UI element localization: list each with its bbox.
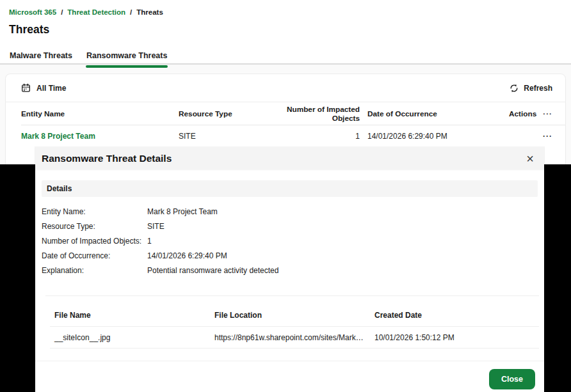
table-more-icon[interactable]: ··· [540, 109, 552, 118]
file-name-cell: __siteIcon__.jpg [54, 333, 214, 342]
ransomware-threat-details-modal: Ransomware Threat Details × Details Enti… [35, 147, 544, 392]
details-section-header: Details [42, 180, 538, 197]
created-date-cell: 10/01/2026 1:50:12 PM [374, 333, 538, 342]
tab-bar: Malware Threats Ransomware Threats [9, 50, 168, 67]
detail-value: 1 [147, 237, 538, 246]
page-title: Threats [9, 23, 49, 36]
col-actions: Actions [509, 109, 540, 118]
tab-malware-threats[interactable]: Malware Threats [9, 50, 73, 67]
refresh-icon [510, 84, 519, 93]
impacted-objects-cell: 1 [275, 132, 360, 141]
file-location-cell: https://8np61w.sharepoint.com/sites/Mark… [214, 333, 374, 342]
table-row[interactable]: Mark 8 Project Team SITE 1 14/01/2026 6:… [6, 125, 565, 146]
file-row-divider [50, 348, 539, 349]
entity-name-link[interactable]: Mark 8 Project Team [21, 132, 179, 141]
detail-value: 14/01/2026 6:29:40 PM [147, 252, 538, 260]
breadcrumb-separator: / [130, 8, 132, 16]
breadcrumb-microsoft-365[interactable]: Microsoft 365 [9, 8, 56, 16]
breadcrumb-threats: Threats [136, 8, 163, 16]
col-created-date: Created Date [374, 311, 538, 320]
detail-label: Explanation: [42, 267, 147, 275]
breadcrumb-separator: / [61, 8, 63, 16]
refresh-label: Refresh [524, 84, 552, 93]
resource-type-cell: SITE [179, 132, 275, 141]
details-list: Entity Name: Mark 8 Project Team Resourc… [42, 205, 538, 278]
calendar-icon [21, 83, 31, 93]
detail-label: Date of Occurrence: [42, 252, 147, 260]
time-filter[interactable]: All Time [21, 83, 66, 93]
detail-value: Potential ransomware activity detected [147, 267, 538, 275]
detail-explanation: Explanation: Potential ransomware activi… [42, 263, 538, 278]
file-table-row: __siteIcon__.jpg https://8np61w.sharepoi… [35, 327, 544, 348]
detail-label: Entity Name: [42, 208, 147, 216]
col-file-name: File Name [54, 311, 214, 320]
detail-impacted-objects: Number of Impacted Objects: 1 [42, 234, 538, 249]
detail-resource-type: Resource Type: SITE [42, 219, 538, 234]
threat-table-header: Entity Name Resource Type Number of Impa… [6, 102, 565, 125]
detail-label: Resource Type: [42, 223, 147, 231]
close-button[interactable]: Close [489, 369, 535, 389]
close-icon[interactable]: × [524, 152, 536, 165]
modal-header: Ransomware Threat Details × [35, 147, 544, 169]
modal-footer: Close [35, 361, 544, 389]
col-entity-name: Entity Name [21, 109, 179, 118]
col-date-of-occurrence: Date of Occurrence [360, 109, 509, 118]
time-filter-label: All Time [36, 84, 66, 93]
tab-ransomware-threats[interactable]: Ransomware Threats [86, 50, 168, 67]
breadcrumb-threat-detection[interactable]: Threat Detection [67, 8, 125, 16]
col-impacted-objects: Number of Impacted Objects [275, 105, 360, 123]
file-table-header: File Name File Location Created Date [35, 304, 544, 326]
breadcrumb: Microsoft 365 / Threat Detection / Threa… [9, 8, 163, 16]
modal-title: Ransomware Threat Details [42, 153, 172, 164]
date-of-occurrence-cell: 14/01/2026 6:29:40 PM [360, 132, 509, 141]
detail-date-of-occurrence: Date of Occurrence: 14/01/2026 6:29:40 P… [42, 249, 538, 263]
row-actions-icon[interactable]: ··· [540, 132, 552, 141]
col-resource-type: Resource Type [179, 109, 275, 118]
threats-page: Microsoft 365 / Threat Detection / Threa… [0, 0, 571, 164]
detail-value: Mark 8 Project Team [147, 208, 538, 216]
filter-toolbar: All Time Refresh [6, 74, 565, 102]
detail-entity-name: Entity Name: Mark 8 Project Team [42, 205, 538, 219]
detail-value: SITE [147, 223, 538, 231]
detail-label: Number of Impacted Objects: [42, 237, 147, 246]
file-section-divider [45, 295, 539, 296]
refresh-button[interactable]: Refresh [510, 84, 552, 93]
col-file-location: File Location [214, 311, 374, 320]
